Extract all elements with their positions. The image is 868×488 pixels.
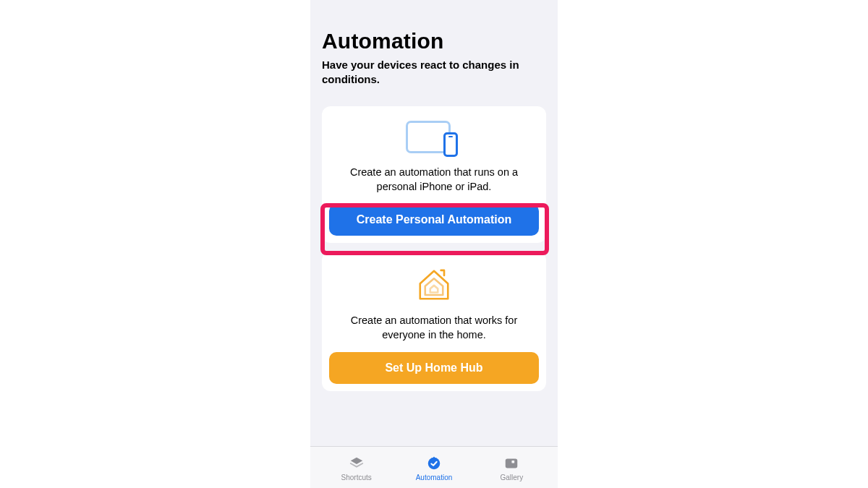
tab-bar: Shortcuts Automation [310,446,558,488]
shortcuts-app-automation-screen: Automation Have your devices react to ch… [310,0,558,488]
personal-automation-card: Create an automation that runs on a pers… [322,106,546,243]
home-automation-description: Create an automation that works for ever… [329,308,539,352]
devices-icon [406,119,462,157]
clock-check-icon [425,455,443,472]
set-up-home-hub-button[interactable]: Set Up Home Hub [329,352,539,384]
tab-gallery[interactable]: Gallery [473,455,550,481]
tab-shortcuts[interactable]: Shortcuts [318,455,395,481]
page-subtitle: Have your devices react to changes in co… [322,58,524,86]
gallery-icon [503,455,520,472]
tab-automation-label: Automation [416,474,453,481]
tab-automation[interactable]: Automation [395,455,472,481]
personal-automation-description: Create an automation that runs on a pers… [329,160,539,204]
automation-options: Create an automation that runs on a pers… [310,86,558,391]
svg-rect-3 [512,461,515,463]
svg-point-0 [428,458,441,470]
svg-rect-2 [506,459,518,468]
home-icon [413,265,455,305]
create-personal-automation-button[interactable]: Create Personal Automation [329,204,539,236]
tab-shortcuts-label: Shortcuts [341,474,372,481]
svg-rect-1 [433,457,435,459]
tab-gallery-label: Gallery [500,474,523,481]
header: Automation Have your devices react to ch… [310,0,558,86]
page-title: Automation [322,29,546,53]
home-automation-card: Create an automation that works for ever… [322,252,546,391]
layers-icon [348,455,365,472]
